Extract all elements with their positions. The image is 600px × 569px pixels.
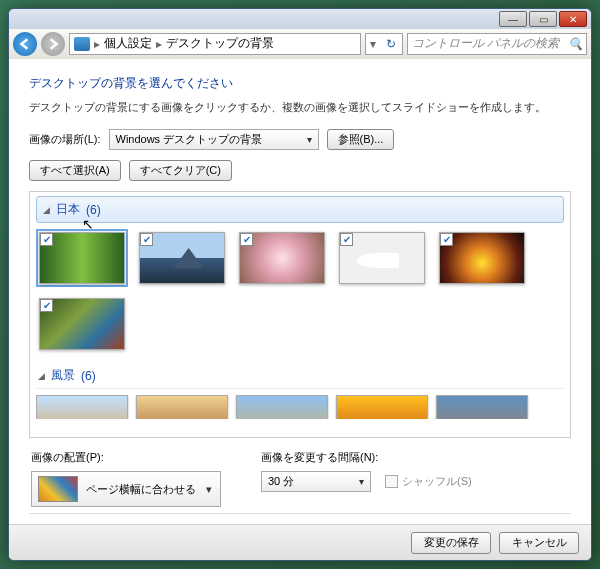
position-preview-icon: [38, 476, 78, 502]
shuffle-label: シャッフル(S): [402, 474, 472, 489]
maximize-button[interactable]: ▭: [529, 11, 557, 27]
refresh-section: ▾ ↻: [365, 33, 403, 55]
checkbox-box: [385, 475, 398, 488]
search-icon[interactable]: 🔍: [568, 37, 582, 51]
breadcrumb-sep: ▸: [156, 37, 162, 51]
titlebar: — ▭ ✕: [9, 9, 591, 29]
position-dropdown[interactable]: ページ横幅に合わせる: [31, 471, 221, 507]
save-button[interactable]: 変更の保存: [411, 532, 491, 554]
minimize-button[interactable]: —: [499, 11, 527, 27]
divider: [29, 513, 571, 514]
thumb-l5[interactable]: [436, 395, 528, 419]
window: — ▭ ✕ ▸ 個人設定 ▸ デスクトップの背景 ▾ ↻ コントロール パネルの…: [8, 8, 592, 561]
interval-label: 画像を変更する間隔(N):: [261, 450, 472, 465]
breadcrumb-seg2[interactable]: デスクトップの背景: [166, 35, 274, 52]
interval-value: 30 分: [268, 474, 294, 489]
browse-button[interactable]: 参照(B)...: [327, 129, 395, 150]
collapse-icon: ◢: [38, 371, 45, 381]
thumb-5[interactable]: ✔: [436, 229, 528, 287]
bottom-controls: 画像の配置(P): ページ横幅に合わせる 画像を変更する間隔(N): 30 分 …: [29, 438, 571, 511]
thumb-3[interactable]: ✔: [236, 229, 328, 287]
select-all-button[interactable]: すべて選択(A): [29, 160, 121, 181]
thumb-l4[interactable]: [336, 395, 428, 419]
page-description: デスクトップの背景にする画像をクリックするか、複数の画像を選択してスライドショー…: [29, 100, 571, 115]
breadcrumb-sep: ▸: [94, 37, 100, 51]
group-header-japan[interactable]: ◢ 日本 (6): [36, 196, 564, 223]
select-buttons-row: すべて選択(A) すべてクリア(C): [29, 160, 571, 181]
thumb-l1[interactable]: [36, 395, 128, 419]
location-label: 画像の場所(L):: [29, 132, 101, 147]
breadcrumb-dropdown[interactable]: ▾: [366, 37, 380, 51]
footer: 変更の保存 キャンセル: [9, 524, 591, 560]
thumb-4[interactable]: ✔: [336, 229, 428, 287]
control-panel-icon: [74, 37, 90, 51]
position-label: 画像の配置(P):: [31, 450, 221, 465]
group-header-landscape[interactable]: ◢ 風景 (6): [36, 363, 564, 389]
thumb-check[interactable]: ✔: [240, 233, 253, 246]
shuffle-checkbox[interactable]: シャッフル(S): [385, 474, 472, 489]
position-column: 画像の配置(P): ページ横幅に合わせる: [31, 450, 221, 507]
search-placeholder: コントロール パネルの検索: [412, 35, 568, 52]
location-row: 画像の場所(L): Windows デスクトップの背景 参照(B)...: [29, 129, 571, 150]
interval-dropdown[interactable]: 30 分: [261, 471, 371, 492]
thumb-check[interactable]: ✔: [40, 299, 53, 312]
page-heading: デスクトップの背景を選んでください: [29, 75, 571, 92]
thumb-check[interactable]: ✔: [340, 233, 353, 246]
position-value: ページ横幅に合わせる: [86, 482, 196, 497]
refresh-button[interactable]: ↻: [380, 37, 402, 51]
clear-all-button[interactable]: すべてクリア(C): [129, 160, 232, 181]
thumb-6[interactable]: ✔: [36, 295, 128, 353]
back-button[interactable]: [13, 32, 37, 56]
wallpaper-gallery[interactable]: ◢ 日本 (6) ↖ ✔ ✔ ✔ ✔ ✔ ✔ ◢ 風景 (6): [29, 191, 571, 438]
group-name: 風景: [51, 367, 75, 384]
thumb-l2[interactable]: [136, 395, 228, 419]
thumb-check[interactable]: ✔: [40, 233, 53, 246]
breadcrumb[interactable]: ▸ 個人設定 ▸ デスクトップの背景: [69, 33, 361, 55]
thumb-2[interactable]: ✔: [136, 229, 228, 287]
thumb-check[interactable]: ✔: [140, 233, 153, 246]
group-name: 日本: [56, 201, 80, 218]
location-dropdown[interactable]: Windows デスクトップの背景: [109, 129, 319, 150]
breadcrumb-seg1[interactable]: 個人設定: [104, 35, 152, 52]
thumb-l3[interactable]: [236, 395, 328, 419]
group-count: (6): [81, 369, 96, 383]
thumb-1[interactable]: ✔: [36, 229, 128, 287]
thumb-check[interactable]: ✔: [440, 233, 453, 246]
group-count: (6): [86, 203, 101, 217]
content: デスクトップの背景を選んでください デスクトップの背景にする画像をクリックするか…: [9, 59, 591, 524]
forward-button[interactable]: [41, 32, 65, 56]
cancel-button[interactable]: キャンセル: [499, 532, 579, 554]
interval-column: 画像を変更する間隔(N): 30 分 シャッフル(S): [261, 450, 472, 492]
thumbs-landscape: [36, 395, 564, 419]
thumbs-japan: ✔ ✔ ✔ ✔ ✔ ✔: [36, 229, 564, 353]
location-value: Windows デスクトップの背景: [116, 132, 263, 147]
navbar: ▸ 個人設定 ▸ デスクトップの背景 ▾ ↻ コントロール パネルの検索 🔍: [9, 29, 591, 59]
collapse-icon: ◢: [43, 205, 50, 215]
search-box[interactable]: コントロール パネルの検索 🔍: [407, 33, 587, 55]
close-button[interactable]: ✕: [559, 11, 587, 27]
